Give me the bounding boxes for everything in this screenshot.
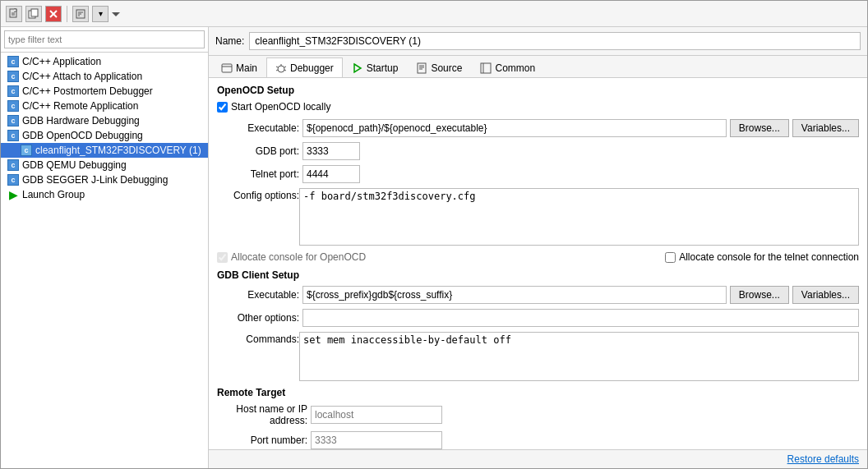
bug-icon [275, 62, 287, 74]
gdb-port-input[interactable] [302, 142, 360, 160]
right-panel: Name: Main Debugger Startup [209, 27, 867, 468]
telnet-port-input[interactable] [302, 165, 360, 183]
allocate-telnet-checkbox[interactable] [665, 252, 676, 263]
config-options-area: Config options: -f board/stm32f3discover… [217, 188, 859, 248]
c-icon: c [7, 130, 19, 141]
allocate-console-left: Allocate console for OpenOCD [217, 251, 366, 263]
svg-line-18 [276, 70, 278, 71]
allocate-telnet-label: Allocate console for the telnet connecti… [679, 251, 859, 263]
browse-button[interactable]: Browse... [730, 119, 789, 137]
gdb-variables-button[interactable]: Variables... [792, 286, 859, 304]
app-window: ▾ c C/C++ Application c C/C++ Attach to … [0, 0, 868, 469]
executable-input[interactable] [302, 119, 727, 137]
tree-item-cpp-remote[interactable]: c C/C++ Remote Application [1, 99, 208, 113]
start-openocd-row: Start OpenOCD locally [217, 101, 859, 113]
tree-item-label: C/C++ Postmortem Debugger [22, 85, 153, 97]
c-icon: c [7, 71, 19, 82]
port-number-input[interactable] [311, 431, 442, 449]
tab-source-label: Source [431, 62, 462, 74]
tab-common[interactable]: Common [471, 58, 544, 77]
tree-item-gdb-openocd[interactable]: c GDB OpenOCD Debugging [1, 128, 208, 143]
host-label: Host name or IP address: [217, 403, 307, 426]
toolbar-separator [67, 6, 67, 22]
tree-item-label: GDB SEGGER J-Link Debugging [22, 174, 168, 186]
c-icon: c [7, 174, 19, 186]
start-openocd-label: Start OpenOCD locally [231, 101, 330, 113]
tab-debugger-label: Debugger [290, 62, 334, 74]
tree-item-launch-group[interactable]: ▶ Launch Group [1, 187, 208, 202]
source-icon [416, 62, 427, 74]
tabs: Main Debugger Startup Source Common [209, 56, 867, 78]
commands-textarea[interactable]: set mem inaccessible-by-default off [299, 332, 859, 381]
tree-item-label: cleanflight_STM32F3DISCOVERY (1) [35, 145, 201, 156]
tree-item-gdb-qemu[interactable]: c GDB QEMU Debugging [1, 158, 208, 172]
tab-debugger[interactable]: Debugger [266, 57, 343, 77]
gdb-executable-input[interactable] [302, 286, 727, 304]
c-icon: c [7, 115, 19, 126]
tree-item-gdb-segger[interactable]: c GDB SEGGER J-Link Debugging [1, 172, 208, 187]
port-number-label: Port number: [217, 435, 307, 446]
more-button[interactable]: ▾ [92, 6, 108, 22]
tab-source[interactable]: Source [407, 58, 471, 77]
tab-common-label: Common [495, 62, 535, 74]
filter-box [1, 27, 208, 53]
startup-icon [352, 62, 363, 74]
c-icon: c [7, 56, 19, 67]
name-bar: Name: [209, 27, 867, 56]
telnet-port-label: Telnet port: [217, 168, 299, 180]
other-options-input[interactable] [302, 309, 859, 327]
tab-main[interactable]: Main [212, 58, 266, 77]
c-icon: c [7, 159, 19, 171]
tree-item-cleanflight[interactable]: c cleanflight_STM32F3DISCOVERY (1) [1, 143, 208, 158]
remote-target-title: Remote Target [217, 387, 859, 398]
gdb-port-row: GDB port: [217, 142, 859, 160]
main-content: OpenOCD Setup Start OpenOCD locally Exec… [209, 78, 867, 449]
svg-line-19 [284, 70, 286, 71]
delete-button[interactable] [45, 6, 62, 22]
name-input[interactable] [249, 32, 861, 50]
main-icon [221, 62, 233, 74]
variables-button[interactable]: Variables... [792, 119, 859, 137]
new-button[interactable] [6, 6, 22, 22]
name-label: Name: [215, 35, 244, 47]
left-panel: c C/C++ Application c C/C++ Attach to Ap… [1, 27, 209, 468]
restore-defaults-link[interactable]: Restore defaults [787, 453, 859, 465]
toolbar: ▾ [1, 1, 867, 27]
tab-startup[interactable]: Startup [343, 58, 408, 77]
filter-button[interactable] [72, 6, 89, 22]
config-options-textarea[interactable]: -f board/stm32f3discovery.cfg [299, 188, 859, 246]
c-icon: c [21, 145, 32, 156]
svg-line-17 [284, 67, 286, 67]
executable-row: Executable: Browse... Variables... [217, 119, 859, 137]
content-area: c C/C++ Application c C/C++ Attach to Ap… [1, 27, 867, 468]
commands-area: Commands: set mem inaccessible-by-defaul… [217, 332, 859, 384]
tree-item-cpp-app[interactable]: c C/C++ Application [1, 54, 208, 69]
tree-item-gdb-hardware[interactable]: c GDB Hardware Debugging [1, 113, 208, 128]
start-openocd-checkbox[interactable] [217, 102, 228, 113]
bottom-bar: Restore defaults [209, 449, 867, 468]
executable-label: Executable: [217, 122, 299, 134]
tab-startup-label: Startup [367, 62, 399, 74]
tree-list: c C/C++ Application c C/C++ Attach to Ap… [1, 53, 208, 468]
toolbar-dropdown[interactable] [112, 10, 120, 18]
config-textarea-wrap: -f board/stm32f3discovery.cfg [299, 188, 859, 248]
tab-main-label: Main [236, 62, 257, 74]
copy-button[interactable] [25, 6, 42, 22]
tree-item-cpp-attach[interactable]: c C/C++ Attach to Application [1, 69, 208, 84]
c-icon: c [7, 100, 19, 112]
svg-line-16 [276, 67, 278, 67]
allocate-console-checkbox [217, 252, 228, 263]
svg-marker-20 [354, 64, 361, 72]
tree-item-cpp-postmortem[interactable]: c C/C++ Postmortem Debugger [1, 84, 208, 99]
gdb-executable-row: Executable: Browse... Variables... [217, 286, 859, 304]
svg-rect-25 [481, 63, 491, 73]
svg-rect-21 [418, 63, 426, 73]
telnet-port-row: Telnet port: [217, 165, 859, 183]
tree-item-label: GDB QEMU Debugging [22, 159, 127, 171]
gdb-client-title: GDB Client Setup [217, 269, 859, 281]
gdb-browse-button[interactable]: Browse... [730, 286, 789, 304]
svg-marker-11 [112, 12, 120, 16]
host-input[interactable] [311, 406, 442, 424]
filter-input[interactable] [4, 30, 205, 48]
commands-textarea-wrap: set mem inaccessible-by-default off [299, 332, 859, 384]
